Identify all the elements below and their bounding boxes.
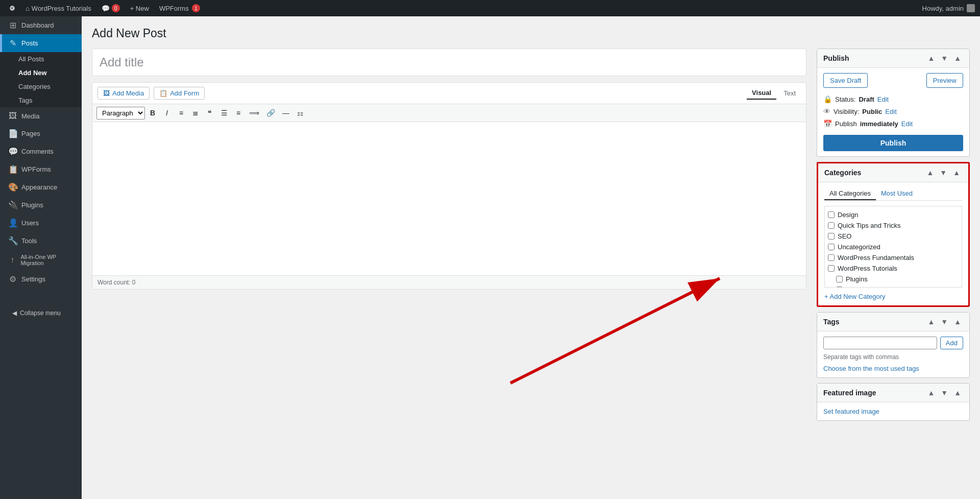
sidebar-item-plugins[interactable]: 🔌 Plugins [0,196,82,214]
sidebar-item-media[interactable]: 🖼 Media [0,107,82,125]
featured-image-collapse-up-btn[interactable]: ▲ [925,388,937,398]
preview-button[interactable]: Preview [926,73,963,88]
add-form-icon: 📋 [159,89,167,97]
save-draft-button[interactable]: Save Draft [823,73,868,88]
categories-metabox-title: Categories [824,169,861,177]
sidebar-item-posts[interactable]: ✎ Posts [0,34,82,52]
sidebar-item-pages[interactable]: 📄 Pages [0,125,82,142]
category-checkbox-seo[interactable] [828,233,835,240]
category-item-design[interactable]: Design [828,209,959,220]
align-center-button[interactable]: ≡ [232,106,245,120]
more-button[interactable]: — [279,106,292,120]
kitchen-sink-button[interactable]: ⚏ [293,106,307,120]
visibility-label: Visibility: [834,108,859,115]
add-form-button[interactable]: 📋 Add Form [154,87,205,100]
publish-time-edit-link[interactable]: Edit [901,120,913,128]
tags-collapse-up-btn[interactable]: ▲ [925,317,937,327]
add-media-button[interactable]: 🖼 Add Media [97,87,150,100]
sidebar-item-settings[interactable]: ⚙ Settings [0,270,82,288]
categories-collapse-up-btn[interactable]: ▲ [924,168,936,178]
link-button[interactable]: 🔗 [263,106,278,120]
comments-link[interactable]: 💬 0 [97,0,124,16]
categories-close-btn[interactable]: ▲ [951,168,962,178]
status-edit-link[interactable]: Edit [877,96,889,103]
status-value: Draft [859,96,874,103]
site-name-link[interactable]: ⌂ WordPress Tutorials [21,0,95,16]
add-new-category-link[interactable]: + Add New Category [824,293,886,300]
category-checkbox-wp-fundamentals[interactable] [828,254,835,261]
new-content-link[interactable]: + New [126,0,153,16]
categories-tabs: All Categories Most Used [824,187,962,201]
publish-visibility-row: 👁 Visibility: Public Edit [823,105,963,117]
set-featured-image-link[interactable]: Set featured image [823,408,879,415]
format-select[interactable]: Paragraph [96,107,145,120]
editor-media-buttons: 🖼 Add Media 📋 Add Form [97,87,205,100]
sidebar-item-label: Users [21,219,39,227]
categories-collapse-down-btn[interactable]: ▼ [938,168,949,178]
align-center-icon: ≡ [236,109,240,117]
category-item-wp-fundamentals[interactable]: WordPress Fundamentals [828,252,959,263]
sidebar-item-tools[interactable]: 🔧 Tools [0,232,82,250]
blockquote-button[interactable]: ❝ [203,106,216,120]
category-item-plugins[interactable]: Plugins [828,274,959,284]
tab-most-used-categories[interactable]: Most Used [876,187,918,200]
publish-close-btn[interactable]: ▲ [952,53,963,63]
category-checkbox-design[interactable] [828,211,835,218]
howdy-label: Howdy, admin [922,5,964,12]
post-title-input[interactable] [92,49,806,76]
category-item-seo[interactable]: SEO [828,231,959,242]
italic-button[interactable]: I [160,106,174,120]
category-item-wp-themes[interactable]: WordPress Themes [828,284,959,288]
wpforms-label: WPForms [159,5,189,12]
category-item-uncategorized[interactable]: Uncategorized [828,242,959,252]
category-checkbox-wp-themes[interactable] [836,287,843,288]
editor-footer: Word count: 0 [92,275,806,289]
wpforms-link[interactable]: WPForms 1 [155,0,204,16]
sidebar-item-label: Tools [21,237,37,245]
posts-submenu: All Posts Add New Categories Tags [0,52,82,107]
featured-image-close-btn[interactable]: ▲ [952,388,963,398]
pages-icon: 📄 [8,129,17,138]
sidebar-item-comments[interactable]: 💬 Comments [0,142,82,160]
submenu-item-all-posts[interactable]: All Posts [0,52,82,66]
category-label-quick-tips: Quick Tips and Tricks [838,222,901,229]
category-checkbox-plugins[interactable] [836,276,843,282]
bold-button[interactable]: B [146,106,159,120]
category-checkbox-uncategorized[interactable] [828,244,835,250]
submenu-item-add-new[interactable]: Add New [0,66,82,80]
category-item-wp-tutorials[interactable]: WordPress Tutorials [828,263,959,274]
sidebar-item-all-in-one[interactable]: ↑ All-in-One WP Migration [0,250,82,270]
users-icon: 👤 [8,218,17,228]
tab-visual[interactable]: Visual [747,87,776,100]
sidebar-item-appearance[interactable]: 🎨 Appearance [0,178,82,196]
tab-text[interactable]: Text [778,87,801,100]
category-checkbox-quick-tips[interactable] [828,222,835,229]
ordered-list-button[interactable]: ≣ [189,106,202,120]
align-left-button[interactable]: ☰ [217,106,231,120]
sidebar-item-dashboard[interactable]: ⊞ Dashboard [0,16,82,34]
collapse-menu-button[interactable]: ◀ Collapse menu [6,303,76,323]
publish-collapse-up-btn[interactable]: ▲ [925,53,937,63]
tags-collapse-down-btn[interactable]: ▼ [939,317,950,327]
submenu-item-categories[interactable]: Categories [0,80,82,93]
page-title: Add New Post [92,27,970,40]
unordered-list-button[interactable]: ≡ [175,106,188,120]
editor-body[interactable] [92,122,806,275]
submenu-item-tags[interactable]: Tags [0,93,82,107]
tags-close-btn[interactable]: ▲ [952,317,963,327]
align-right-button[interactable]: ⟹ [246,106,262,120]
visibility-edit-link[interactable]: Edit [885,108,896,115]
wp-logo-icon[interactable] [5,0,19,16]
category-label-plugins: Plugins [846,275,868,283]
publish-button[interactable]: Publish [823,135,963,151]
tags-input[interactable] [823,337,937,349]
publish-collapse-down-btn[interactable]: ▼ [939,53,950,63]
tags-add-button[interactable]: Add [940,337,963,349]
category-item-quick-tips[interactable]: Quick Tips and Tricks [828,220,959,231]
category-checkbox-wp-tutorials[interactable] [828,265,835,272]
sidebar-item-users[interactable]: 👤 Users [0,214,82,232]
tags-most-used-link[interactable]: Choose from the most used tags [823,365,919,372]
sidebar-item-wpforms[interactable]: 📋 WPForms [0,160,82,178]
featured-image-collapse-down-btn[interactable]: ▼ [939,388,950,398]
tab-all-categories[interactable]: All Categories [824,187,876,200]
